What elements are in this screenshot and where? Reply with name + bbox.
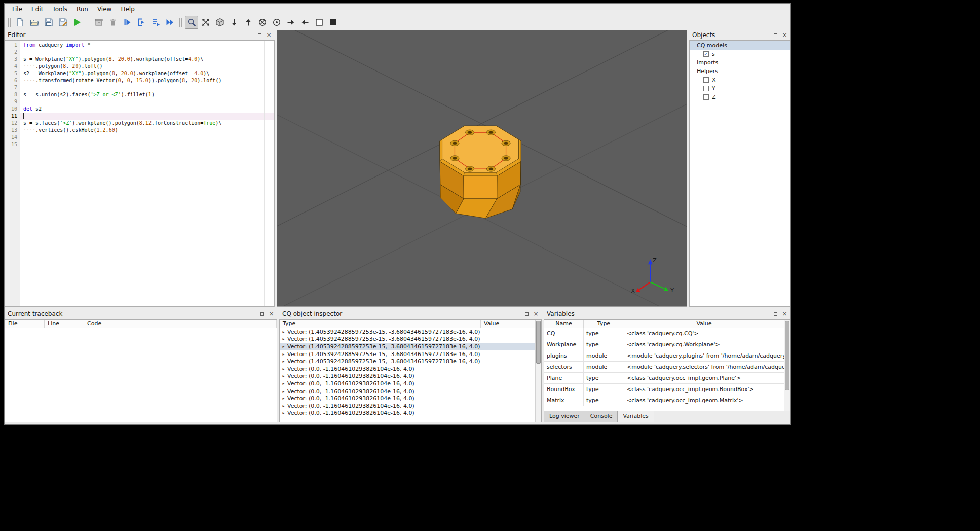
new-script-button[interactable] [14,16,27,29]
menu-view[interactable]: View [93,5,116,14]
expander-icon[interactable]: ▸ [280,396,287,401]
variables-scrollbar[interactable] [784,320,790,411]
tree-item-imports[interactable]: Imports [690,58,790,67]
top-view-button[interactable] [228,16,241,29]
code-line-6[interactable]: ····.transformed(rotate=Vector(0, 0, 15.… [20,77,274,84]
code-line-11[interactable] [20,113,274,120]
code-line-5[interactable]: s2 = Workplane("XY").polygon(8, 20.0).wo… [20,70,274,77]
code-line-14[interactable] [20,134,274,141]
code-line-2[interactable] [20,49,274,56]
tree-item-y[interactable]: Y [690,84,790,93]
code-line-10[interactable]: del s2 [20,105,274,113]
bottom-view-button[interactable] [242,16,255,29]
variable-row-plugins[interactable]: pluginsmodule<module 'cadquery.plugins' … [544,350,784,362]
inspector-row-3[interactable]: ▸Vector: (1.4053924288597253e-15, -3.680… [280,350,535,358]
right-view-button[interactable] [298,16,312,29]
checkbox-y[interactable] [703,86,709,91]
open-script-button[interactable] [28,16,41,29]
save-button[interactable] [42,16,55,29]
inspector-row-5[interactable]: ▸Vector: (0.0, -1.1604610293826104e-16, … [280,365,535,373]
code-line-7[interactable] [20,84,274,91]
column-header-code[interactable]: Code [84,320,277,328]
expander-icon[interactable]: ▸ [280,352,287,357]
checkbox-z[interactable] [703,94,709,100]
checkbox-x[interactable] [703,77,709,83]
wireframe-button[interactable] [313,16,326,29]
inspector-row-7[interactable]: ▸Vector: (0.0, -1.1604610293826104e-16, … [280,380,535,387]
code-area[interactable]: from cadquery import *s = Workplane("XY"… [20,41,274,306]
column-header-value[interactable]: Value [481,320,535,328]
menu-run[interactable]: Run [72,5,93,14]
tab-log-viewer[interactable]: Log viewer [544,411,585,422]
inspector-float-button[interactable] [523,310,531,317]
tree-item-s[interactable]: ✓s [690,50,790,58]
column-header-file[interactable]: File [5,320,45,328]
cad-model[interactable] [440,126,521,218]
traceback-close-button[interactable]: × [268,310,275,317]
code-line-13[interactable]: ····.vertices().cskHole(1,2,60) [20,127,274,134]
menu-file[interactable]: File [8,5,27,14]
inspector-row-0[interactable]: ▸Vector: (1.4053924288597253e-15, -3.680… [280,328,535,336]
inspector-row-11[interactable]: ▸Vector: (0.0, -1.1604610293826104e-16, … [280,410,535,417]
inspector-row-4[interactable]: ▸Vector: (1.4053924288597253e-15, -3.680… [280,358,535,365]
code-line-8[interactable]: s = s.union(s2).faces('>Z or <Z').fillet… [20,91,274,98]
variable-row-selectors[interactable]: selectorsmodule<module 'cadquery.selecto… [544,362,784,373]
iso-view-button[interactable] [213,16,227,29]
fit-view-button[interactable] [199,16,212,29]
front-view-button[interactable] [256,16,269,29]
inspector-row-6[interactable]: ▸Vector: (0.0, -1.1604610293826104e-16, … [280,373,535,380]
traceback-float-button[interactable] [258,310,266,317]
objects-close-button[interactable]: × [781,31,788,39]
checkbox-s[interactable]: ✓ [703,51,709,57]
variable-row-cq[interactable]: CQtype<class 'cadquery.cq.CQ'> [544,328,784,339]
inspector-close-button[interactable]: × [532,310,540,317]
tab-console[interactable]: Console [585,411,618,422]
step-button[interactable] [135,16,148,29]
expander-icon[interactable]: ▸ [280,367,287,371]
editor-content[interactable]: 123456789101112131415 from cadquery impo… [5,40,275,307]
render-button[interactable] [70,16,84,29]
zoom-tool-button[interactable] [185,16,198,29]
editor-close-button[interactable]: × [265,31,273,39]
column-header-type[interactable]: Type [584,320,624,328]
code-line-4[interactable]: ····.polygon(8, 20).loft() [20,63,274,70]
debug-button[interactable] [121,16,134,29]
expander-icon[interactable]: ▸ [280,330,287,334]
code-line-3[interactable]: s = Workplane("XY").polygon(8, 20.0).wor… [20,56,274,63]
inspector-row-1[interactable]: ▸Vector: (1.4053924288597253e-15, -3.680… [280,336,535,343]
back-view-button[interactable] [270,16,283,29]
code-line-1[interactable]: from cadquery import * [20,42,274,49]
code-line-9[interactable] [20,98,274,105]
save-as-button[interactable] [56,16,69,29]
expander-icon[interactable]: ▸ [280,359,287,364]
scrollbar-thumb[interactable] [785,321,789,390]
expander-icon[interactable]: ▸ [280,411,287,415]
inspector-row-9[interactable]: ▸Vector: (0.0, -1.1604610293826104e-16, … [280,395,535,402]
column-header-line[interactable]: Line [45,320,84,328]
continue-button[interactable] [163,16,176,29]
column-header-name[interactable]: Name [544,320,584,328]
tree-item-z[interactable]: Z [690,93,790,101]
tab-variables[interactable]: Variables [617,411,654,422]
variables-close-button[interactable]: × [781,310,788,317]
expander-icon[interactable]: ▸ [280,344,287,349]
menu-help[interactable]: Help [116,5,139,14]
editor-float-button[interactable] [256,31,263,39]
3d-scene[interactable]: Z X Y [277,30,687,306]
variable-row-plane[interactable]: Planetype<class 'cadquery.occ_impl.geom.… [544,373,784,384]
shaded-button[interactable] [327,16,340,29]
column-header-type[interactable]: Type [280,320,481,328]
menu-tools[interactable]: Tools [48,5,72,14]
viewport-3d[interactable]: Z X Y [277,30,687,307]
objects-float-button[interactable] [772,31,779,39]
tree-item-cq-models[interactable]: CQ models [690,41,790,50]
inspector-row-2[interactable]: ▸Vector: (1.4053924288597253e-15, -3.680… [280,343,535,350]
clear-button[interactable] [106,16,120,29]
expander-icon[interactable]: ▸ [280,404,287,408]
left-view-button[interactable] [284,16,297,29]
expander-icon[interactable]: ▸ [280,374,287,378]
expander-icon[interactable]: ▸ [280,337,287,341]
tree-item-helpers[interactable]: Helpers [690,67,790,76]
tree-item-x[interactable]: X [690,76,790,84]
code-line-15[interactable] [20,141,274,148]
